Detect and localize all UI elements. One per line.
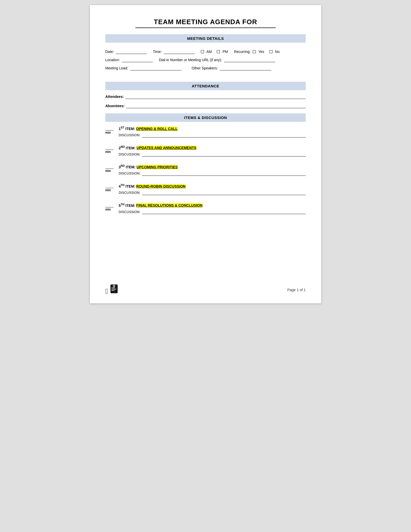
svg-rect-3: [111, 290, 115, 291]
discussion-label-4: DISCUSSION:: [119, 191, 141, 195]
item-content-2: 2ND ITEM: UPDATES AND ANNOUNCEMENTS DISC…: [119, 145, 306, 157]
min-underline-3[interactable]: [105, 164, 114, 169]
no-label: No: [275, 50, 280, 54]
time-field[interactable]: [164, 49, 195, 54]
item-content-5: 5TH ITEM: FINAL RESOLUTIONS & CONCLUSION…: [119, 203, 306, 214]
discussion-row-2: DISCUSSION:: [119, 152, 306, 157]
meeting-lead-label: Meeting Lead:: [105, 66, 128, 70]
absentees-label: Absentees:: [105, 104, 125, 108]
other-speakers-field[interactable]: [220, 66, 271, 70]
time-label: Time:: [153, 50, 162, 54]
min-block-2: min: [105, 145, 116, 154]
discussion-field-2[interactable]: [142, 152, 306, 157]
date-time-row: Date: Time: AM PM Recurring: Yes No: [105, 49, 306, 54]
item-highlight-4: ROUND-ROBIN DISCUSSION: [136, 184, 185, 188]
location-dialin-row: Location: Dial-in Number or Meeting URL …: [105, 58, 306, 62]
item-content-3: 3RD ITEM: UPCOMING PRIORITIES DISCUSSION…: [119, 164, 306, 176]
min-block-3: min: [105, 164, 116, 173]
min-underline-1[interactable]: [105, 126, 114, 131]
min-block-1: min: [105, 126, 116, 134]
page-number: Page 1 of 1: [287, 288, 306, 292]
item-content-4: 4TH ITEM: ROUND-ROBIN DISCUSSION DISCUSS…: [119, 184, 306, 195]
recurring-label: Recurring:: [234, 50, 251, 54]
dialin-field[interactable]: [224, 58, 275, 62]
min-label-3: min: [105, 169, 111, 173]
item-highlight-5: FINAL RESOLUTIONS & CONCLUSION: [136, 203, 202, 207]
am-checkbox[interactable]: [201, 50, 204, 53]
no-checkbox[interactable]: [269, 50, 273, 53]
min-block-5: min: [105, 203, 116, 211]
date-field[interactable]: [116, 49, 147, 54]
discussion-label-2: DISCUSSION:: [119, 152, 141, 156]
document-page: TEAM MEETING AGENDA FOR MEETING DETAILS …: [90, 5, 321, 303]
discussion-field-3[interactable]: [142, 171, 306, 176]
item-title-3: 3RD ITEM: UPCOMING PRIORITIES: [119, 164, 306, 169]
min-underline-2[interactable]: [105, 145, 114, 150]
item-title-4: 4TH ITEM: ROUND-ROBIN DISCUSSION: [119, 184, 306, 188]
meeting-details-section: MEETING DETAILS Date: Time: AM PM Recurr…: [105, 34, 306, 77]
items-header: ITEMS & DISCUSSION: [105, 113, 306, 122]
item-highlight-3: UPCOMING PRIORITIES: [137, 165, 178, 169]
title-underline: [135, 27, 276, 28]
item-title-5: 5TH ITEM: FINAL RESOLUTIONS & CONCLUSION: [119, 203, 306, 208]
page-title: TEAM MEETING AGENDA FOR: [105, 18, 306, 26]
item-highlight-1: OPENING & ROLL CALL: [136, 127, 178, 131]
discussion-label-3: DISCUSSION:: [119, 171, 141, 175]
min-underline-4[interactable]: [105, 184, 114, 188]
attendance-section: ATTENDANCE Attendees: Absentees:: [105, 82, 306, 108]
discussion-field-5[interactable]: [142, 209, 306, 214]
brand-icon: : [105, 284, 118, 296]
min-label-1: min: [105, 131, 111, 134]
yes-label: Yes: [258, 50, 264, 54]
ordinal-3: RD: [121, 164, 125, 167]
discussion-row-3: DISCUSSION:: [119, 171, 306, 176]
items-section: ITEMS & DISCUSSION min 1ST ITEM: OPENING…: [105, 113, 306, 214]
discussion-field-4[interactable]: [142, 190, 306, 195]
yes-checkbox[interactable]: [253, 50, 256, 53]
ordinal-5: TH: [121, 203, 125, 206]
ordinal-2: ND: [121, 145, 125, 148]
pm-checkbox[interactable]: [217, 50, 220, 53]
meeting-lead-field[interactable]: [130, 66, 182, 70]
min-block-4: min: [105, 184, 116, 192]
item-highlight-2: UPDATES AND ANNOUNCEMENTS: [137, 146, 197, 150]
item-content-1: 1ST ITEM: OPENING & ROLL CALL DISCUSSION…: [119, 126, 306, 137]
svg-rect-2: [111, 289, 116, 289]
item-title-1: 1ST ITEM: OPENING & ROLL CALL: [119, 126, 306, 131]
pm-label: PM: [222, 50, 228, 54]
agenda-item-2: min 2ND ITEM: UPDATES AND ANNOUNCEMENTS …: [105, 145, 306, 157]
ordinal-1: ST: [121, 126, 124, 129]
am-label: AM: [207, 50, 212, 54]
agenda-item-3: min 3RD ITEM: UPCOMING PRIORITIES DISCUS…: [105, 164, 306, 176]
discussion-row-1: DISCUSSION:: [119, 133, 306, 137]
ordinal-4: TH: [121, 184, 125, 187]
discussion-row-5: DISCUSSION:: [119, 209, 306, 214]
lead-speakers-row: Meeting Lead: Other Speakers:: [105, 66, 306, 70]
other-speakers-label: Other Speakers:: [192, 66, 218, 70]
min-underline-5[interactable]: [105, 203, 114, 207]
brand-svg-icon: [110, 284, 118, 294]
dialin-label: Dial-in Number or Meeting URL (if any):: [159, 58, 222, 62]
date-label: Date:: [105, 50, 114, 54]
page-footer:  Page 1 of 1: [105, 284, 306, 296]
meeting-details-header: MEETING DETAILS: [105, 34, 306, 43]
svg-point-5: [114, 286, 115, 287]
absentees-row: Absentees:: [105, 104, 306, 108]
location-label: Location:: [105, 58, 120, 62]
item-title-2: 2ND ITEM: UPDATES AND ANNOUNCEMENTS: [119, 145, 306, 150]
svg-rect-1: [111, 288, 115, 288]
min-label-2: min: [105, 150, 111, 154]
discussion-label-5: DISCUSSION:: [119, 210, 141, 214]
discussion-row-4: DISCUSSION:: [119, 190, 306, 195]
min-label-4: min: [105, 188, 111, 192]
attendees-field[interactable]: [125, 94, 306, 99]
agenda-item-4: min 4TH ITEM: ROUND-ROBIN DISCUSSION DIS…: [105, 184, 306, 195]
discussion-field-1[interactable]: [142, 133, 306, 137]
agenda-item-5: min 5TH ITEM: FINAL RESOLUTIONS & CONCLU…: [105, 203, 306, 214]
attendees-row: Attendees:: [105, 94, 306, 99]
location-field[interactable]: [122, 58, 153, 62]
absentees-field[interactable]: [126, 104, 306, 108]
attendance-header: ATTENDANCE: [105, 82, 306, 90]
meeting-details-rows: Date: Time: AM PM Recurring: Yes No: [105, 47, 306, 77]
min-label-5: min: [105, 208, 111, 211]
